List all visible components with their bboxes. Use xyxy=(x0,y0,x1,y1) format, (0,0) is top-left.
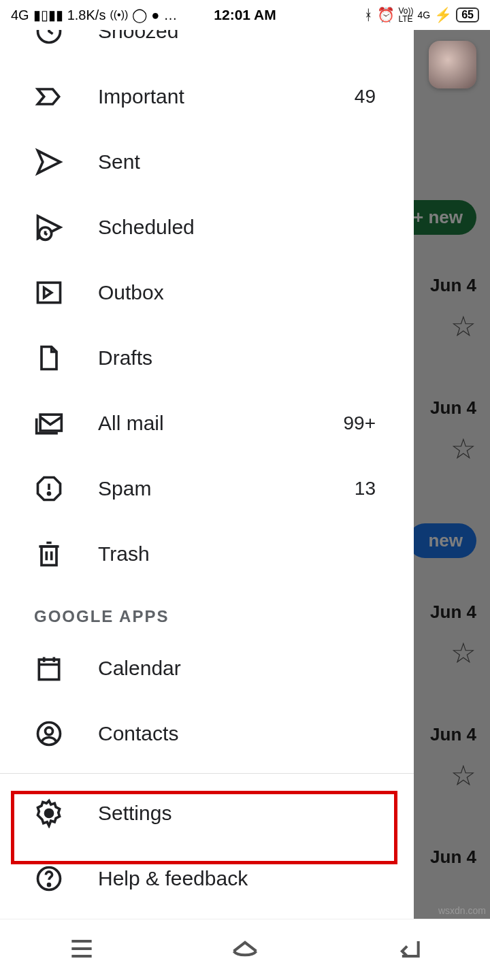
navigation-drawer: Snoozed Important 49 Sent Scheduled xyxy=(0,30,414,919)
watermark: wsxdn.com xyxy=(438,905,486,916)
net2-icon: 4G xyxy=(418,10,431,20)
drawer-item-drafts[interactable]: Drafts xyxy=(0,325,414,391)
drawer-item-label: Spam xyxy=(98,477,355,500)
calendar-icon xyxy=(34,653,64,683)
data-speed: 1.8K/s xyxy=(67,7,106,23)
recent-apps-button[interactable] xyxy=(65,934,98,966)
network-type: 4G xyxy=(11,7,29,23)
back-button[interactable] xyxy=(392,934,425,966)
status-bar: 4G ▮▯▮▮ 1.8K/s ((•)) ◯ ● … 12:01 AM ᚼ ⏰ … xyxy=(0,0,490,30)
drawer-item-label: Snoozed xyxy=(98,30,380,43)
drawer-item-label: Important xyxy=(98,85,355,108)
drawer-item-label: Calendar xyxy=(98,657,380,680)
home-button[interactable] xyxy=(229,934,261,966)
help-icon xyxy=(34,864,64,894)
drawer-item-sent[interactable]: Sent xyxy=(0,129,414,195)
drawer-item-label: Drafts xyxy=(98,346,380,370)
important-icon xyxy=(34,82,64,112)
svg-point-4 xyxy=(48,493,50,495)
drawer-item-calendar[interactable]: Calendar xyxy=(0,636,414,701)
profile-avatar[interactable] xyxy=(429,41,476,88)
drawer-item-count: 13 xyxy=(355,478,380,500)
trash-icon xyxy=(34,539,64,569)
hotspot-icon: ((•)) xyxy=(110,9,128,21)
drawer-item-snoozed[interactable]: Snoozed xyxy=(0,30,414,64)
whatsapp-icon: ◯ xyxy=(132,7,147,23)
drawer-item-scheduled[interactable]: Scheduled xyxy=(0,195,414,260)
drawer-item-help[interactable]: Help & feedback xyxy=(0,846,414,911)
svg-rect-5 xyxy=(42,546,56,566)
drawer-item-important[interactable]: Important 49 xyxy=(0,64,414,129)
section-header-googleapps: GOOGLE APPS xyxy=(0,587,414,636)
drawer-item-count: 49 xyxy=(355,86,380,108)
allmail-icon xyxy=(34,408,64,438)
bluetooth-icon: ᚼ xyxy=(364,7,373,23)
drawer-item-outbox[interactable]: Outbox xyxy=(0,260,414,325)
svg-rect-2 xyxy=(38,282,61,302)
system-navigation-bar xyxy=(0,919,490,980)
person-icon xyxy=(34,719,64,749)
drawer-item-label: Settings xyxy=(98,802,380,825)
drawer-item-count: 99+ xyxy=(344,412,380,434)
volte-icon: Vo))LTE xyxy=(399,7,414,23)
status-right: ᚼ ⏰ Vo))LTE 4G ⚡ 65 xyxy=(364,7,480,23)
svg-point-9 xyxy=(46,810,53,817)
drawer-item-label: Contacts xyxy=(98,722,380,745)
scheduled-icon xyxy=(34,212,64,242)
chat-icon: ● xyxy=(151,7,159,23)
spam-icon xyxy=(34,474,64,504)
drawer-item-label: All mail xyxy=(98,412,344,435)
file-icon xyxy=(34,343,64,373)
outbox-icon xyxy=(34,278,64,308)
drawer-item-settings[interactable]: Settings xyxy=(0,781,414,846)
svg-point-11 xyxy=(48,884,50,886)
status-left: 4G ▮▯▮▮ 1.8K/s ((•)) ◯ ● … xyxy=(11,7,177,23)
drawer-item-allmail[interactable]: All mail 99+ xyxy=(0,391,414,456)
alarm-icon: ⏰ xyxy=(377,7,395,23)
clock-icon xyxy=(34,30,64,46)
clock: 12:01 AM xyxy=(214,7,276,23)
svg-point-8 xyxy=(46,728,53,735)
svg-rect-6 xyxy=(39,659,59,679)
drawer-item-contacts[interactable]: Contacts xyxy=(0,701,414,766)
send-icon xyxy=(34,147,64,177)
battery-level: 65 xyxy=(456,7,479,22)
gear-icon xyxy=(34,798,64,828)
drawer-item-label: Help & feedback xyxy=(98,867,380,890)
more-icon: … xyxy=(163,7,177,23)
drawer-item-label: Outbox xyxy=(98,281,380,304)
divider xyxy=(0,773,414,774)
drawer-item-label: Scheduled xyxy=(98,216,380,239)
charge-icon: ⚡ xyxy=(434,7,452,23)
drawer-item-label: Trash xyxy=(98,542,380,566)
signal-icon: ▮▯▮▮ xyxy=(33,7,63,23)
drawer-item-label: Sent xyxy=(98,150,380,174)
drawer-item-trash[interactable]: Trash xyxy=(0,521,414,587)
drawer-item-spam[interactable]: Spam 13 xyxy=(0,456,414,521)
